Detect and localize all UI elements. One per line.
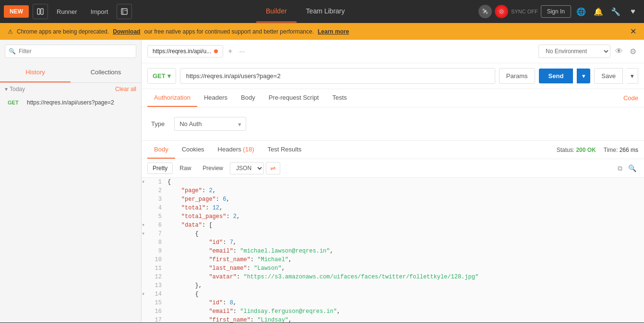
line-number: 4	[148, 204, 167, 212]
download-link[interactable]: Download	[113, 28, 140, 35]
globe-icon-button[interactable]: 🌐	[574, 4, 588, 19]
filter-input[interactable]	[5, 45, 136, 58]
line-arrow[interactable]: ▾	[142, 290, 148, 299]
copy-button[interactable]: ⧉	[616, 162, 624, 174]
line-number: 15	[148, 299, 167, 307]
tab-body[interactable]: Body	[234, 89, 262, 107]
time-value: 266 ms	[620, 147, 638, 153]
line-content: "total_pages": 2,	[167, 212, 644, 221]
tab-headers[interactable]: Headers	[197, 89, 234, 107]
send-arrow-button[interactable]: ▾	[577, 69, 590, 83]
tab-tests[interactable]: Tests	[325, 89, 353, 107]
request-bar: GET ▾ Params Send ▾ Save ▾	[142, 63, 644, 89]
line-content: },	[167, 281, 644, 290]
history-url: https://reqres.in/api/users?page=2	[27, 99, 114, 106]
new-tab-icon	[121, 8, 128, 15]
line-content: "data": [	[167, 221, 644, 230]
runner-button[interactable]: Runner	[52, 5, 82, 18]
resp-tab-body[interactable]: Body	[147, 141, 175, 159]
code-line: 8 "id": 7,	[142, 238, 644, 247]
tab-team-library[interactable]: Team Library	[297, 0, 355, 23]
import-button[interactable]: Import	[86, 5, 113, 18]
code-area[interactable]: ▾1{2 "page": 2,3 "per_page": 6,4 "total"…	[142, 178, 644, 323]
response-status: Status: 200 OK Time: 266 ms	[557, 147, 638, 153]
new-tab-button[interactable]	[117, 4, 132, 19]
svg-rect-1	[41, 9, 43, 14]
line-arrow	[142, 212, 148, 221]
filter-search-icon: 🔍	[9, 48, 16, 55]
resp-tab-cookies[interactable]: Cookies	[175, 141, 211, 159]
wrap-button[interactable]: ⇌	[266, 162, 280, 174]
sidebar-tab-history[interactable]: History	[0, 63, 71, 82]
raw-button[interactable]: Raw	[175, 163, 196, 173]
line-number: 1	[148, 178, 167, 186]
heart-icon-button[interactable]: ♥	[626, 4, 640, 19]
line-content: "first_name": "Lindsay",	[167, 316, 644, 323]
warning-icon: ⚠	[8, 28, 13, 35]
auth-type-select[interactable]: No Auth	[174, 117, 246, 131]
wrench-icon-button[interactable]: 🔧	[608, 4, 623, 19]
line-arrow	[142, 195, 148, 204]
method-select[interactable]: GET ▾	[147, 68, 176, 84]
save-arrow-button[interactable]: ▾	[627, 68, 638, 84]
code-button[interactable]: Code	[623, 90, 638, 106]
line-arrow[interactable]: ▾	[142, 221, 148, 230]
line-number: 7	[148, 230, 167, 238]
resp-tab-headers[interactable]: Headers (18)	[211, 141, 261, 159]
code-line: 3 "per_page": 6,	[142, 195, 644, 204]
add-tab-button[interactable]: +	[226, 45, 234, 58]
env-gear-icon-button[interactable]: ⚙	[628, 45, 638, 58]
request-tabs: Authorization Headers Body Pre-request S…	[142, 89, 644, 107]
new-button[interactable]: NEW	[4, 5, 29, 18]
environment-select[interactable]: No Environment	[538, 45, 610, 58]
request-url-input[interactable]	[180, 68, 495, 84]
tab-pre-request[interactable]: Pre-request Script	[262, 89, 326, 107]
line-number: 2	[148, 186, 167, 195]
warning-middle-text: our free native apps for continued suppo…	[144, 28, 314, 35]
svg-rect-0	[37, 9, 40, 14]
line-arrow[interactable]: ▾	[142, 178, 148, 186]
more-tabs-button[interactable]: ···	[237, 46, 247, 57]
banner-close-button[interactable]: ✕	[630, 27, 636, 36]
env-eye-icon-button[interactable]: 👁	[613, 45, 625, 58]
time-label: Time: 266 ms	[604, 147, 638, 153]
line-content: "avatar": "https://s3.amazonaws.com/uifa…	[167, 273, 644, 281]
learn-more-link[interactable]: Learn more	[318, 28, 349, 35]
line-content: "first_name": "Michael",	[167, 255, 644, 264]
layout-icon	[37, 8, 44, 15]
resp-tab-test-results[interactable]: Test Results	[261, 141, 308, 159]
tab-authorization[interactable]: Authorization	[147, 89, 197, 107]
line-number: 17	[148, 316, 167, 323]
line-arrow	[142, 204, 148, 212]
line-arrow[interactable]: ▾	[142, 230, 148, 238]
pretty-button[interactable]: Pretty	[147, 162, 173, 174]
signin-button[interactable]: Sign In	[541, 5, 571, 18]
search-button[interactable]: 🔍	[626, 162, 638, 174]
save-button[interactable]: Save	[594, 68, 623, 84]
sync-status-icon: ⊙	[495, 5, 508, 18]
code-line: 12 "avatar": "https://s3.amazonaws.com/u…	[142, 273, 644, 281]
tab-builder[interactable]: Builder	[256, 0, 297, 23]
line-content: "email": "michael.lawson@reqres.in",	[167, 247, 644, 255]
format-select[interactable]: JSON	[230, 162, 264, 174]
params-button[interactable]: Params	[499, 68, 535, 84]
type-select-wrap: No Auth	[174, 117, 246, 131]
url-tab-dot	[214, 49, 218, 53]
sidebar-tab-collections[interactable]: Collections	[71, 63, 141, 82]
line-arrow	[142, 316, 148, 323]
preview-button[interactable]: Preview	[198, 163, 228, 173]
line-content: "total": 12,	[167, 204, 644, 212]
line-number: 16	[148, 307, 167, 316]
code-line: 16 "email": "lindsay.ferguson@reqres.in"…	[142, 307, 644, 316]
line-number: 10	[148, 255, 167, 264]
bell-icon-button[interactable]: 🔔	[591, 4, 606, 19]
history-item[interactable]: GET https://reqres.in/api/users?page=2	[0, 95, 141, 110]
line-number: 14	[148, 290, 167, 299]
response-format-bar: Pretty Raw Preview JSON ⇌ ⧉ 🔍	[142, 159, 644, 178]
clear-all-button[interactable]: Clear all	[115, 86, 136, 92]
url-tab[interactable]: https://reqres.in/api/u...	[147, 45, 223, 58]
send-button[interactable]: Send	[539, 69, 573, 83]
today-label[interactable]: ▾ Today	[5, 86, 25, 92]
layout-icon-button[interactable]	[33, 4, 48, 19]
warning-text: Chrome apps are being deprecated.	[17, 28, 109, 35]
